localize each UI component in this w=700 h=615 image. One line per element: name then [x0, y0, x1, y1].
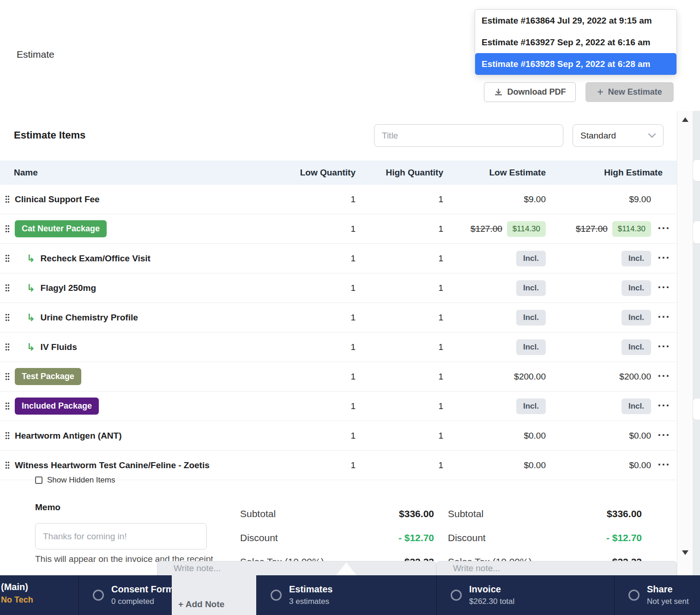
low-quantity-value: 1 [282, 372, 356, 382]
row-menu-button[interactable]: ··· [658, 369, 670, 382]
estimate-version-option-3[interactable]: Estimate #163928 Sep 2, 2022 at 6:28 am [475, 53, 676, 75]
drag-handle-icon[interactable] [5, 225, 11, 233]
item-name-cell: ↳ Urine Chemistry Profile [0, 312, 282, 323]
row-menu-cell: ··· [651, 313, 677, 323]
table-row: Cat Neuter Package 1 1 $127.00$114.30 $1… [0, 214, 677, 244]
scroll-up-button[interactable] [682, 117, 688, 122]
tab-subtitle: Not yet sent [647, 597, 689, 606]
sub-item-arrow-icon: ↳ [27, 342, 35, 353]
drag-handle-icon[interactable] [5, 432, 11, 440]
high-estimate-value: Incl. [546, 398, 651, 414]
item-name: Heartworm Antigen (ANT) [15, 431, 122, 441]
price-value: $200.00 [619, 372, 651, 382]
item-name-cell: ↳ Recheck Exam/Office Visit [0, 253, 282, 264]
drag-handle-icon[interactable] [5, 254, 11, 262]
item-name-cell: Cat Neuter Package [0, 220, 282, 237]
estimate-version-option-2[interactable]: Estimate #163927 Sep 2, 2022 at 6:16 am [475, 31, 676, 53]
drag-handle-icon[interactable] [5, 373, 11, 380]
row-menu-button[interactable]: ··· [658, 399, 670, 411]
show-hidden-items-checkbox[interactable] [35, 476, 42, 484]
add-note-label: Add Note [186, 599, 224, 609]
sub-item-arrow-icon: ↳ [27, 253, 35, 264]
row-menu-button[interactable]: ··· [658, 458, 670, 470]
item-name: Urine Chemistry Profile [41, 313, 138, 323]
included-badge: Incl. [622, 310, 651, 326]
totals-value: - $12.70 [398, 532, 434, 543]
bottom-tab-share[interactable]: ShareNot yet sent [614, 575, 700, 615]
status-circle-icon [628, 590, 640, 601]
scroll-down-button[interactable] [682, 550, 688, 555]
original-price: $127.00 [471, 224, 502, 234]
high-quantity-value: 1 [356, 401, 443, 411]
download-pdf-label: Download PDF [507, 87, 566, 97]
low-quantity-value: 1 [282, 194, 356, 205]
drag-handle-icon[interactable] [5, 195, 11, 203]
estimate-type-select[interactable]: Standard [573, 124, 664, 147]
add-note-button[interactable]: + Add Note [172, 575, 256, 615]
high-quantity-value: 1 [356, 431, 443, 441]
row-menu-button[interactable]: ··· [658, 340, 670, 352]
row-menu-button[interactable]: ··· [658, 222, 670, 234]
plus-icon: + [597, 87, 603, 97]
low-quantity-value: 1 [282, 401, 356, 411]
drag-handle-icon[interactable] [5, 461, 11, 469]
bottom-tab-invoice[interactable]: Invoice$262.30 total [436, 575, 614, 615]
estimate-title-input[interactable] [374, 124, 563, 147]
row-menu-button[interactable]: ··· [658, 428, 670, 441]
estimate-version-option-1[interactable]: Estimate #163864 Jul 29, 2022 at 9:15 am [475, 10, 676, 31]
chevron-down-icon [648, 133, 656, 138]
right-edge-panel-sliver [693, 111, 700, 575]
tab-subtitle: $262.30 total [469, 597, 514, 606]
download-pdf-button[interactable]: Download PDF [484, 82, 576, 102]
low-quantity-value: 1 [282, 431, 356, 441]
drag-handle-icon[interactable] [5, 314, 11, 321]
item-name-cell: ↳ Flagyl 250mg [0, 283, 282, 294]
row-menu-cell: ··· [651, 372, 677, 382]
low-quantity-value: 1 [282, 342, 356, 352]
row-menu-cell: ··· [651, 431, 677, 441]
row-menu-button[interactable]: ··· [658, 251, 670, 264]
bottom-tab-main[interactable]: (Main) No Tech [0, 575, 78, 615]
tab-texts: Consent Forms0 completed [111, 584, 179, 606]
header-buttons: Download PDF + New Estimate [484, 82, 674, 102]
row-menu-cell: ··· [651, 460, 677, 470]
price-value: $9.00 [629, 194, 651, 205]
status-circle-icon [93, 590, 104, 601]
new-estimate-label: New Estimate [608, 87, 662, 97]
item-name-cell: Heartworm Antigen (ANT) [0, 431, 282, 441]
clipped-field [693, 221, 700, 244]
drag-handle-icon[interactable] [5, 284, 11, 292]
discounted-price-badge: $114.30 [507, 221, 546, 237]
price-value: $0.00 [629, 431, 651, 441]
row-menu-button[interactable]: ··· [658, 281, 670, 293]
note-input-left[interactable]: Write note... [157, 561, 436, 575]
high-estimate-value: $0.00 [546, 460, 651, 470]
new-estimate-button[interactable]: + New Estimate [585, 82, 674, 102]
sub-item-arrow-icon: ↳ [27, 312, 35, 323]
high-quantity-value: 1 [356, 460, 443, 470]
totals-value: - $12.70 [606, 532, 642, 543]
low-estimate-value: Incl. [443, 398, 546, 414]
tab-texts: ShareNot yet sent [647, 584, 689, 606]
low-estimate-value: Incl. [443, 251, 546, 266]
bottom-tab-estimates[interactable]: Estimates3 estimates [256, 575, 436, 615]
drag-handle-icon[interactable] [5, 402, 11, 410]
high-estimate-value: $0.00 [546, 431, 651, 441]
show-hidden-items-label: Show Hidden Items [47, 476, 115, 485]
high-quantity-value: 1 [356, 194, 443, 205]
estimate-items-table: Name Low Quantity High Quantity Low Esti… [0, 161, 677, 480]
low-quantity-value: 1 [282, 460, 356, 470]
note-input-right[interactable]: Write note... [436, 561, 677, 575]
tab-texts: Invoice$262.30 total [469, 584, 514, 606]
drag-handle-icon[interactable] [5, 343, 11, 351]
table-body: Clinical Support Fee 1 1 $9.00 $9.00 [0, 185, 677, 480]
low-estimate-value: $9.00 [443, 194, 546, 205]
column-header-low-quantity: Low Quantity [282, 168, 356, 178]
totals-value: $336.00 [399, 508, 434, 519]
memo-input[interactable] [35, 523, 207, 549]
discounted-price-badge: $114.30 [612, 221, 651, 237]
row-menu-button[interactable]: ··· [658, 310, 670, 323]
table-header: Name Low Quantity High Quantity Low Esti… [0, 161, 677, 185]
main-tab-label: (Main) [1, 582, 78, 592]
vertical-scrollbar[interactable] [677, 111, 693, 575]
